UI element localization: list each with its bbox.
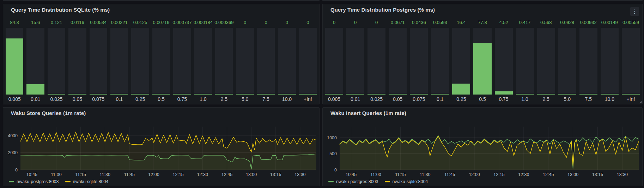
bar-fill bbox=[516, 94, 534, 95]
x-axis-tick-label: 13:00 bbox=[246, 172, 257, 177]
bar-bucket-label: 0.25 bbox=[456, 95, 466, 102]
x-axis-tick-label: 13:30 bbox=[294, 172, 305, 177]
bar-gauge-postgres: 00.00500.0100.0250.06710.050.04360.0750.… bbox=[325, 20, 640, 102]
x-axis-tick-label: 12:15 bbox=[493, 172, 504, 177]
bar-gauge-cell: 15.60.01 bbox=[26, 20, 44, 102]
series-area-nwaku-sqlite:8004 bbox=[20, 132, 316, 170]
bar-bucket-label: 2.5 bbox=[542, 95, 549, 102]
bar-value-label: 0.0436 bbox=[412, 20, 426, 26]
bar-fill bbox=[367, 94, 385, 95]
panel-title[interactable]: Query Time Distribution Postgres (% ms) bbox=[330, 7, 435, 13]
bar-track bbox=[110, 28, 128, 95]
legend-series-label[interactable]: nwaku-sqlite:8004 bbox=[393, 179, 428, 184]
bar-bucket-label: 0.075 bbox=[413, 95, 425, 102]
bar-value-label: 0 bbox=[306, 20, 309, 26]
bar-value-label: 0.0671 bbox=[391, 20, 405, 26]
bar-bucket-label: 5.0 bbox=[564, 95, 570, 102]
panel-query-time-distribution-postgres: Query Time Distribution Postgres (% ms) … bbox=[322, 4, 643, 104]
bar-fill bbox=[389, 94, 407, 95]
bar-track bbox=[325, 28, 343, 95]
bar-bucket-label: 0.75 bbox=[499, 95, 508, 102]
bar-bucket-label: 1.0 bbox=[200, 95, 206, 102]
legend: nwaku-postgres:8003nwaku-sqlite:8004 bbox=[328, 179, 428, 184]
bar-gauge-sqlite: 84.30.00515.60.010.1210.0250.01160.050.0… bbox=[6, 20, 317, 102]
bar-gauge-cell: 05.0 bbox=[236, 20, 254, 102]
bar-gauge-cell: 00.01 bbox=[346, 20, 364, 102]
bar-bucket-label: 0.5 bbox=[158, 95, 164, 102]
bar-fill bbox=[110, 94, 128, 95]
bar-gauge-cell: 0.4171.0 bbox=[516, 20, 534, 102]
bar-gauge-cell: 84.30.005 bbox=[6, 20, 23, 102]
legend-series-label[interactable]: nwaku-postgres:8003 bbox=[17, 179, 59, 184]
bar-bucket-label: 7.5 bbox=[585, 95, 592, 102]
bar-fill bbox=[68, 94, 86, 95]
timeseries-chart-insert: 0500100010:4511:0011:1511:3011:4512:0012… bbox=[323, 108, 642, 186]
panel-title[interactable]: Waku Insert Queries (1m rate) bbox=[330, 110, 406, 116]
cropped-panel-above-left bbox=[3, 0, 320, 1]
panel-resize-handle[interactable] bbox=[639, 101, 642, 103]
bar-track bbox=[431, 28, 449, 95]
bar-fill bbox=[215, 94, 233, 95]
bar-bucket-label: 0.025 bbox=[50, 95, 62, 102]
bar-fill bbox=[173, 94, 191, 95]
x-axis-tick-label: 10:45 bbox=[346, 172, 357, 177]
bar-track bbox=[194, 28, 212, 95]
x-axis-tick-label: 12:30 bbox=[197, 172, 208, 177]
grafana-dashboard: Query Time Distribution SQLite (% ms) 84… bbox=[0, 0, 644, 188]
panel-menu-kebab-icon[interactable]: ⋮ bbox=[630, 7, 639, 16]
y-axis-tick-label: 4000 bbox=[8, 133, 18, 138]
bar-gauge-cell: 00.005 bbox=[325, 20, 343, 102]
bar-bucket-label: 2.5 bbox=[221, 95, 227, 102]
bar-bucket-label: 0.5 bbox=[479, 95, 486, 102]
bar-track bbox=[6, 28, 23, 95]
bar-fill bbox=[410, 94, 428, 95]
bar-gauge-cell: 0.1210.025 bbox=[48, 20, 65, 102]
bar-track bbox=[410, 28, 428, 95]
bar-fill bbox=[236, 94, 254, 95]
bar-value-label: 0.00932 bbox=[580, 20, 597, 26]
bar-value-label: 4.52 bbox=[499, 20, 508, 26]
bar-bucket-label: 0.005 bbox=[328, 95, 340, 102]
bar-track bbox=[516, 28, 534, 95]
legend-series-label[interactable]: nwaku-sqlite:8004 bbox=[73, 179, 109, 184]
panel-title[interactable]: Query Time Distribution SQLite (% ms) bbox=[11, 7, 110, 13]
legend-item[interactable]: nwaku-postgres:8003 bbox=[328, 179, 378, 184]
x-axis-tick-label: 12:00 bbox=[148, 172, 159, 177]
bar-track bbox=[173, 28, 191, 95]
bar-fill bbox=[495, 91, 513, 95]
bar-value-label: 0.000737 bbox=[172, 20, 192, 26]
legend-item[interactable]: nwaku-sqlite:8004 bbox=[385, 179, 428, 184]
bar-fill bbox=[48, 94, 65, 95]
bar-fill bbox=[299, 94, 317, 95]
bar-fill bbox=[278, 94, 296, 95]
bar-value-label: 0.0116 bbox=[71, 20, 84, 26]
bar-track bbox=[278, 28, 296, 95]
bar-track bbox=[473, 28, 491, 95]
bar-fill bbox=[152, 94, 170, 95]
legend-item[interactable]: nwaku-postgres:8003 bbox=[9, 179, 59, 184]
bar-fill bbox=[90, 94, 107, 95]
bar-track bbox=[367, 28, 385, 95]
legend-series-swatch bbox=[9, 181, 14, 182]
bar-fill bbox=[431, 94, 449, 95]
legend-item[interactable]: nwaku-sqlite:8004 bbox=[65, 179, 109, 184]
x-axis-tick-label: 13:15 bbox=[592, 172, 603, 177]
legend-series-label[interactable]: nwaku-postgres:8003 bbox=[336, 179, 378, 184]
bar-value-label: 77.8 bbox=[478, 20, 487, 26]
bar-value-label: 16.4 bbox=[457, 20, 466, 26]
bar-gauge-cell: 0.01250.25 bbox=[131, 20, 149, 102]
bar-fill bbox=[558, 94, 576, 95]
legend-series-swatch bbox=[65, 181, 71, 182]
bar-bucket-label: 0.25 bbox=[135, 95, 145, 102]
bar-fill bbox=[601, 94, 619, 95]
panel-title[interactable]: Waku Store Queries (1m rate) bbox=[11, 110, 86, 116]
bar-value-label: 0.00534 bbox=[90, 20, 107, 26]
panel-waku-store-queries: 02000400010:4511:0011:1511:3011:4512:001… bbox=[3, 107, 320, 186]
bar-track bbox=[48, 28, 65, 95]
bar-bucket-label: +Inf bbox=[304, 95, 312, 102]
bar-fill bbox=[537, 94, 555, 95]
x-axis-tick-label: 13:30 bbox=[617, 172, 628, 177]
bar-fill bbox=[452, 84, 470, 95]
bar-fill bbox=[579, 94, 597, 95]
x-axis-tick-label: 11:00 bbox=[370, 172, 381, 177]
